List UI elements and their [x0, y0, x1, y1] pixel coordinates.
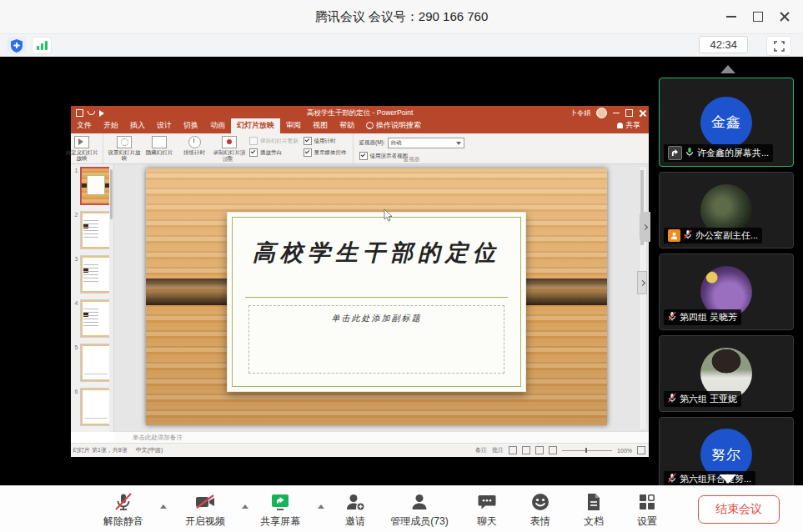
minimize-button[interactable]: [718, 5, 745, 28]
slide-sorter-view-icon[interactable]: [522, 446, 530, 454]
video-options-caret[interactable]: [242, 504, 248, 509]
chevron-down-icon: [456, 142, 461, 145]
chat-bubble-icon: [467, 491, 507, 513]
ppt-document-title: 高校学生干部的定位 - PowerPoint: [71, 108, 649, 118]
slide-thumbnail-4[interactable]: 4: [73, 299, 112, 338]
tell-me-label: 操作说明搜索: [376, 120, 421, 131]
invite-label: 邀请: [332, 514, 379, 529]
subtitle-placeholder[interactable]: 单击此处添加副标题: [248, 305, 504, 373]
slide-thumbnail-2[interactable]: 2: [73, 211, 112, 249]
tell-me-search[interactable]: 操作说明搜索: [360, 118, 427, 133]
next-slide-button[interactable]: [637, 271, 647, 294]
ppt-workspace: 1 2 3 4 5: [71, 164, 649, 432]
notes-toggle[interactable]: 备注: [475, 446, 487, 454]
participant-tile-sharing[interactable]: 金鑫 许金鑫的屏幕共...: [659, 78, 794, 167]
language-indicator[interactable]: 中文(中国): [136, 446, 163, 454]
settings-grid-icon: [627, 491, 667, 513]
fullscreen-icon: [774, 41, 785, 52]
participant-tile[interactable]: 第四组 吴晓芳: [659, 253, 794, 330]
scroll-down-arrow[interactable]: [720, 474, 736, 484]
emoji-button[interactable]: 表情: [520, 491, 560, 529]
share-screen-label: 共享屏幕: [253, 514, 308, 529]
unmute-button[interactable]: 解除静音: [96, 491, 151, 529]
participant-tile[interactable]: 第六组 王亚妮: [659, 335, 794, 412]
zoom-level[interactable]: 100%: [617, 448, 632, 454]
thumbnail-scrollbar[interactable]: [109, 164, 113, 432]
comments-toggle[interactable]: 批注: [492, 446, 504, 454]
powerpoint-window: 高校学生干部的定位 - PowerPoint 卜令娟 文件 开始 插入 设计 切…: [71, 106, 649, 457]
mic-muted-icon: [668, 311, 676, 324]
share-options-caret[interactable]: [318, 504, 324, 509]
chat-button[interactable]: 聊天: [467, 491, 507, 529]
normal-view-icon[interactable]: [509, 446, 517, 454]
mic-muted-icon: [668, 473, 676, 485]
fullscreen-button[interactable]: [766, 36, 791, 56]
slide-scrollbar[interactable]: [639, 166, 647, 430]
tab-design[interactable]: 设计: [151, 118, 178, 133]
scroll-up-arrow[interactable]: [720, 65, 735, 73]
maximize-button[interactable]: [745, 5, 771, 28]
custom-slideshow-button[interactable]: 自定义幻灯片放映: [64, 135, 99, 162]
tab-slideshow[interactable]: 幻灯片放映: [231, 118, 280, 133]
settings-button[interactable]: 设置: [627, 491, 667, 529]
zoom-slider[interactable]: [562, 450, 612, 451]
invite-person-icon: [332, 491, 379, 513]
slide-thumbnail-3[interactable]: 3: [73, 255, 112, 294]
ribbon-group-start: 自定义幻灯片放映: [64, 133, 103, 163]
rehearse-timings-button[interactable]: 排练计时: [177, 135, 212, 155]
keep-slides-updated-checkbox[interactable]: 保持幻灯片更新: [249, 137, 299, 145]
participant-label: 第四组 吴晓芳: [664, 309, 741, 325]
invite-button[interactable]: 邀请: [332, 491, 379, 529]
host-badge-icon: [668, 229, 680, 242]
slide-thumbnail-6[interactable]: 6: [73, 388, 112, 426]
slide-title-text[interactable]: 高校学生干部的定位: [228, 238, 525, 268]
ppt-user-name: 卜令娟: [570, 108, 590, 118]
slideshow-view-icon[interactable]: [549, 446, 557, 454]
security-shield-button[interactable]: [7, 37, 27, 54]
monitor-dropdown[interactable]: 自动: [388, 138, 464, 148]
share-screen-button[interactable]: 共享屏幕: [253, 491, 308, 529]
tab-home[interactable]: 开始: [98, 118, 124, 133]
reading-view-icon[interactable]: [535, 446, 544, 454]
slide-canvas[interactable]: 高校学生干部的定位 单击此处添加副标题: [146, 168, 607, 425]
ppt-ribbon-tabs: 文件 开始 插入 设计 切换 动画 幻灯片放映 审阅 视图 帮助 操作说明搜索 …: [71, 120, 649, 133]
slide-editor-area: 高校学生干部的定位 单击此处添加副标题: [114, 164, 649, 432]
sidebar-collapse-handle[interactable]: [640, 212, 650, 242]
start-video-button[interactable]: 开启视频: [178, 491, 233, 529]
tab-view[interactable]: 视图: [307, 118, 334, 133]
share-person-icon: [617, 123, 623, 128]
ppt-close-icon[interactable]: [639, 110, 645, 117]
slide-thumbnail-panel: 1 2 3 4 5: [71, 164, 114, 432]
tab-review[interactable]: 审阅: [280, 118, 307, 133]
network-signal-button[interactable]: [32, 37, 52, 54]
slide-thumbnail-5[interactable]: 5: [73, 344, 112, 382]
ppt-user-avatar[interactable]: [596, 108, 607, 118]
meeting-title: 腾讯会议 会议号：290 166 760: [315, 9, 489, 25]
hide-slide-button[interactable]: 隐藏幻灯片: [142, 135, 177, 155]
meeting-subbar: 42:34: [0, 34, 803, 58]
docs-button[interactable]: 文档: [574, 491, 614, 529]
thumbnail-art: [80, 388, 112, 426]
notes-pane[interactable]: 单击此处添加备注: [114, 431, 649, 444]
lightbulb-icon: [366, 122, 374, 129]
slide-thumbnail-1[interactable]: 1: [73, 167, 112, 205]
mic-options-caret[interactable]: [160, 504, 167, 509]
ppt-share-button[interactable]: 共享: [609, 118, 649, 133]
tab-transitions[interactable]: 切换: [178, 118, 204, 133]
fit-slide-icon[interactable]: [637, 446, 645, 454]
tencent-meeting-window: 腾讯会议 会议号：290 166 760 42:34: [0, 0, 803, 532]
ppt-minimize-icon[interactable]: [613, 113, 620, 113]
avatar: 金鑫: [700, 97, 752, 148]
tab-file[interactable]: 文件: [71, 118, 98, 133]
members-icon: [382, 491, 457, 513]
tab-animations[interactable]: 动画: [204, 118, 231, 133]
ppt-restore-icon[interactable]: [625, 109, 633, 117]
use-timings-checkbox[interactable]: 使用计时: [304, 137, 347, 145]
manage-members-button[interactable]: 管理成员(73): [382, 491, 457, 529]
close-button[interactable]: [771, 5, 798, 28]
tab-help[interactable]: 帮助: [334, 118, 360, 133]
tab-insert[interactable]: 插入: [124, 118, 151, 133]
end-meeting-button[interactable]: 结束会议: [698, 495, 780, 524]
maximize-icon: [753, 12, 763, 22]
participant-tile[interactable]: 办公室副主任...: [659, 172, 794, 248]
